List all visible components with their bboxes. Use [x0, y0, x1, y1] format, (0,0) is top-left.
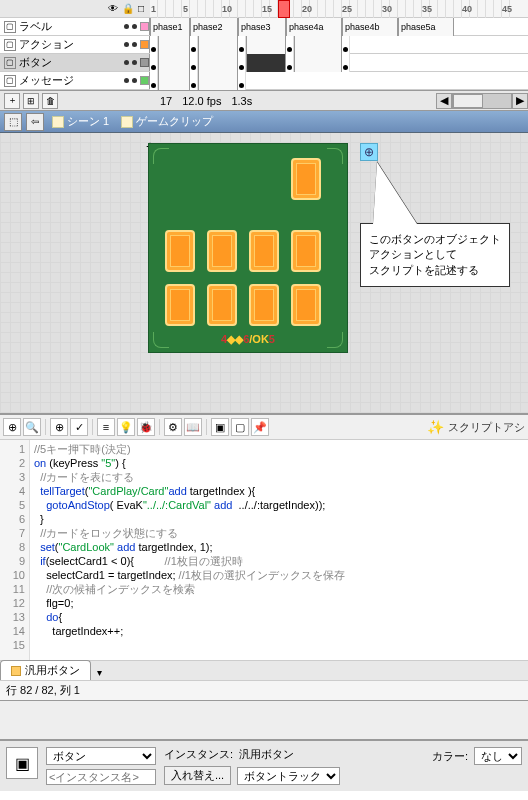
properties-panel: ▣ ボタン インスタンス: 汎用ボタン 入れ替え... ボタントラック カラー:…	[0, 740, 528, 791]
scene-icon	[52, 116, 64, 128]
visibility-dot[interactable]	[124, 60, 129, 65]
show-hint-button[interactable]: 💡	[117, 418, 135, 436]
breadcrumb-scene[interactable]: シーン 1	[48, 114, 113, 129]
collapse-button[interactable]: ▣	[211, 418, 229, 436]
timeline-panel: 👁 🔒 □ 1 5 10 15 20 25 30 35 40 45	[0, 0, 528, 111]
stage[interactable]: + 4◆◆6/OK5 ⊕ このボタンのオブジェクト アクションとして スクリプト…	[0, 133, 528, 413]
page-icon: ▢	[4, 39, 16, 51]
frame-label[interactable]: phase5a	[398, 18, 454, 36]
script-panel: ⊕ 🔍 ⊕ ✓ ≡ 💡 🐞 ⚙ 📖 ▣ ▢ 📌 ✨ スクリプトアシ 123456…	[0, 413, 528, 700]
card	[291, 230, 321, 272]
check-syntax-button[interactable]: ✓	[70, 418, 88, 436]
add-folder-button[interactable]: ⊞	[23, 93, 39, 109]
code-editor[interactable]: 123456789101112131415 //5キー押下時(決定) on (k…	[0, 440, 528, 660]
card	[165, 230, 195, 272]
cursor-position: 行 82 / 82, 列 1	[0, 680, 528, 700]
lock-dot[interactable]	[132, 24, 137, 29]
lock-dot[interactable]	[132, 78, 137, 83]
color-select[interactable]: なし	[474, 747, 522, 765]
eye-icon[interactable]: 👁	[108, 3, 118, 14]
corner-decoration	[153, 148, 169, 164]
frame-label[interactable]: phase1	[150, 18, 190, 36]
timeline-footer: ＋ ⊞ 🗑 17 12.0 fps 1.3s ◀ ▶	[0, 90, 528, 110]
visibility-dot[interactable]	[124, 78, 129, 83]
playhead[interactable]	[278, 0, 290, 18]
card	[207, 284, 237, 326]
add-script-button[interactable]: ⊕	[3, 418, 21, 436]
instance-name-input[interactable]	[46, 769, 156, 785]
outline-icon[interactable]: □	[138, 3, 144, 14]
color-label: カラー:	[432, 749, 468, 764]
color-swatch[interactable]	[140, 76, 149, 85]
visibility-dot[interactable]	[124, 42, 129, 47]
color-swatch[interactable]	[140, 40, 149, 49]
scroll-left-button[interactable]: ◀	[436, 93, 452, 109]
code-content[interactable]: //5キー押下時(決定) on (keyPress "5") { //カードを表…	[30, 440, 528, 660]
breadcrumb-clip[interactable]: ゲームクリップ	[117, 114, 217, 129]
back-button[interactable]: ⇦	[26, 113, 44, 131]
target-button[interactable]: ⊕	[50, 418, 68, 436]
scrollbar-track[interactable]	[452, 93, 512, 109]
layer-name: ボタン	[19, 55, 52, 70]
wand-icon: ✨	[427, 419, 444, 435]
annotation-callout: このボタンのオブジェクト アクションとして スクリプトを記述する	[360, 223, 510, 287]
swap-button[interactable]: 入れ替え...	[164, 766, 231, 785]
auto-format-button[interactable]: ≡	[97, 418, 115, 436]
lock-dot[interactable]	[132, 60, 137, 65]
instance-value: 汎用ボタン	[239, 747, 294, 762]
instance-label: インスタンス:	[164, 747, 233, 762]
current-frame: 17	[160, 95, 172, 107]
delete-layer-button[interactable]: 🗑	[42, 93, 58, 109]
options-button[interactable]: ⚙	[164, 418, 182, 436]
page-icon: ▢	[4, 75, 16, 87]
layer-name: ラベル	[19, 19, 52, 34]
visibility-dot[interactable]	[124, 24, 129, 29]
track-select[interactable]: ボタントラック	[237, 767, 340, 785]
time-display: 1.3s	[231, 95, 252, 107]
layer-row[interactable]: ▢ アクション	[0, 36, 528, 54]
frame-label[interactable]: phase2	[190, 18, 238, 36]
script-tabs: 汎用ボタン ▾	[0, 660, 528, 680]
reference-button[interactable]: 📖	[184, 418, 202, 436]
layer-row[interactable]: ▢ ボタン	[0, 54, 528, 72]
symbol-type-icon: ▣	[6, 747, 38, 779]
layer-name: メッセージ	[19, 73, 74, 88]
page-icon: ▢	[4, 57, 16, 69]
clip-icon	[121, 116, 133, 128]
edit-scene-button[interactable]: ⬚	[4, 113, 22, 131]
card	[207, 230, 237, 272]
tab-menu-button[interactable]: ▾	[91, 664, 107, 680]
frame-label[interactable]: phase4b	[342, 18, 398, 36]
layer-row[interactable]: ▢ メッセージ	[0, 72, 528, 90]
layer-row[interactable]: ▢ ラベル phase1 phase2 phase3 phase4a phase…	[0, 18, 528, 36]
lock-dot[interactable]	[132, 42, 137, 47]
card	[291, 284, 321, 326]
scroll-right-button[interactable]: ▶	[512, 93, 528, 109]
breadcrumb: ⬚ ⇦ シーン 1 ゲームクリップ	[0, 111, 528, 133]
frame-ruler[interactable]: 1 5 10 15 20 25 30 35 40 45	[150, 0, 528, 17]
card	[249, 284, 279, 326]
card	[165, 284, 195, 326]
debug-button[interactable]: 🐞	[137, 418, 155, 436]
color-swatch[interactable]	[140, 22, 149, 31]
add-layer-button[interactable]: ＋	[4, 93, 20, 109]
fps-display: 12.0 fps	[182, 95, 221, 107]
card-game-clip[interactable]: 4◆◆6/OK5	[148, 143, 348, 353]
find-button[interactable]: 🔍	[23, 418, 41, 436]
color-swatch[interactable]	[140, 58, 149, 67]
panel-divider[interactable]	[0, 700, 528, 740]
script-assist-label[interactable]: スクリプトアシ	[448, 420, 525, 435]
button-icon	[11, 666, 21, 676]
frame-label[interactable]: phase4a	[286, 18, 342, 36]
frame-label[interactable]: phase3	[238, 18, 286, 36]
card	[291, 158, 321, 200]
card	[249, 230, 279, 272]
expand-button[interactable]: ▢	[231, 418, 249, 436]
target-pin-icon[interactable]: ⊕	[360, 143, 378, 161]
script-tab[interactable]: 汎用ボタン	[0, 660, 91, 680]
symbol-type-select[interactable]: ボタン	[46, 747, 156, 765]
pin-button[interactable]: 📌	[251, 418, 269, 436]
layer-name: アクション	[19, 37, 74, 52]
lock-icon[interactable]: 🔒	[122, 3, 134, 14]
script-toolbar: ⊕ 🔍 ⊕ ✓ ≡ 💡 🐞 ⚙ 📖 ▣ ▢ 📌 ✨ スクリプトアシ	[0, 415, 528, 440]
